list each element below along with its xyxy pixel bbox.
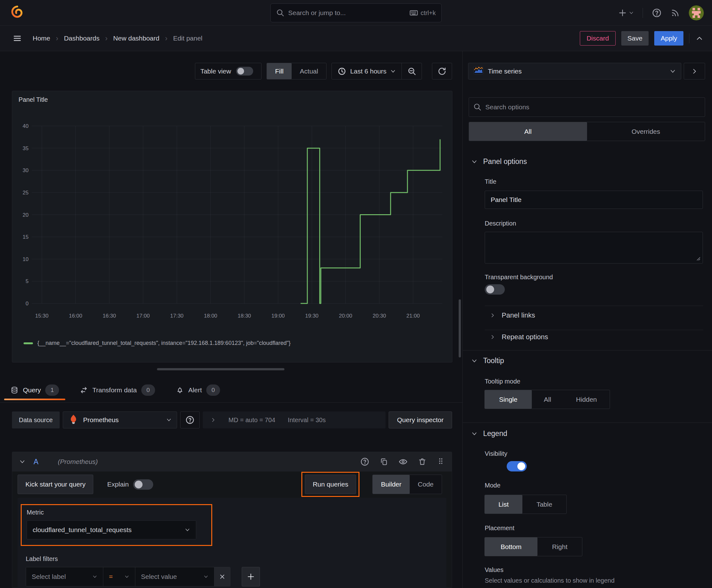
legend-swatch bbox=[24, 342, 33, 344]
code-mode-option[interactable]: Code bbox=[410, 475, 442, 494]
time-range-group: Last 6 hours bbox=[331, 63, 422, 80]
duplicate-query-icon[interactable] bbox=[380, 457, 388, 466]
panel-links-row[interactable]: Panel links bbox=[490, 311, 535, 319]
transparent-bg-toggle[interactable] bbox=[485, 284, 505, 295]
query-options-collapsed[interactable]: MD = auto = 704 Interval = 30s bbox=[203, 412, 386, 428]
tooltip-all-option[interactable]: All bbox=[532, 390, 563, 408]
svg-text:40: 40 bbox=[23, 123, 28, 129]
collapse-header-button[interactable] bbox=[695, 34, 704, 43]
fit-actual-option[interactable]: Actual bbox=[292, 63, 326, 79]
query-help-icon[interactable] bbox=[360, 457, 369, 466]
panel-options-section-header[interactable]: Panel options bbox=[471, 158, 527, 166]
scrollbar-thumb[interactable] bbox=[459, 299, 461, 357]
discard-button[interactable]: Discard bbox=[580, 31, 615, 45]
time-range-picker[interactable]: Last 6 hours bbox=[332, 63, 402, 79]
add-filter-button[interactable] bbox=[242, 567, 260, 586]
tab-alert-count: 0 bbox=[206, 384, 220, 396]
tab-transform-data[interactable]: Transform data 0 bbox=[80, 384, 155, 396]
options-search[interactable] bbox=[469, 97, 705, 117]
global-search[interactable]: ctrl+k bbox=[270, 3, 442, 22]
search-input[interactable] bbox=[288, 9, 406, 17]
legend-visibility-toggle[interactable] bbox=[507, 461, 527, 471]
legend-series-label[interactable]: {__name__="cloudflared_tunnel_total_requ… bbox=[37, 340, 290, 346]
svg-text:5: 5 bbox=[26, 278, 28, 284]
panel-title-input[interactable] bbox=[485, 191, 703, 209]
scope-overrides-tab[interactable]: Overrides bbox=[587, 122, 705, 141]
svg-text:20: 20 bbox=[23, 212, 28, 218]
legend-table-option[interactable]: Table bbox=[522, 495, 566, 513]
scope-all-tab[interactable]: All bbox=[469, 122, 587, 141]
time-series-chart[interactable]: 051015202530354015:3016:0016:3017:0017:3… bbox=[17, 106, 449, 326]
table-view-toggle[interactable] bbox=[236, 67, 253, 76]
panel-view-toolbar: Table view Fill Actual Last 6 hours bbox=[195, 63, 452, 80]
query-ref-id[interactable]: A bbox=[34, 458, 38, 466]
kick-start-button[interactable]: Kick start your query bbox=[18, 475, 93, 494]
repeat-options-row[interactable]: Repeat options bbox=[490, 333, 548, 341]
svg-text:35: 35 bbox=[23, 145, 28, 151]
tooltip-single-option[interactable]: Single bbox=[485, 390, 532, 408]
drag-handle-icon[interactable] bbox=[437, 457, 445, 467]
resize-corner-icon[interactable] bbox=[695, 255, 701, 261]
placement-bottom-option[interactable]: Bottom bbox=[485, 538, 537, 556]
tab-query[interactable]: Query 1 bbox=[10, 384, 59, 396]
description-textarea[interactable] bbox=[485, 232, 703, 264]
help-button[interactable] bbox=[652, 8, 662, 18]
divider bbox=[643, 8, 643, 18]
select-label-dropdown[interactable]: Select label bbox=[26, 567, 103, 586]
run-queries-button[interactable]: Run queries bbox=[305, 475, 356, 494]
placement-right-option[interactable]: Right bbox=[537, 538, 582, 556]
viz-picker[interactable]: Time series bbox=[468, 63, 681, 80]
options-search-input[interactable] bbox=[486, 103, 700, 111]
add-menu-button[interactable] bbox=[618, 8, 634, 17]
query-editor-card: A (Prometheus) Kick start your query Exp… bbox=[12, 452, 452, 588]
prometheus-icon bbox=[68, 414, 79, 426]
save-button[interactable]: Save bbox=[621, 31, 649, 45]
metric-select[interactable]: cloudflared_tunnel_total_requests bbox=[27, 521, 196, 539]
query-inspector-button[interactable]: Query inspector bbox=[389, 412, 452, 428]
chart-panel[interactable]: Panel Title 051015202530354015:3016:0016… bbox=[12, 91, 452, 362]
title-field-label: Title bbox=[485, 178, 496, 185]
refresh-button[interactable] bbox=[432, 63, 452, 80]
legend-list-option[interactable]: List bbox=[485, 495, 522, 513]
panel-resize-handle[interactable] bbox=[157, 368, 284, 370]
breadcrumb-home[interactable]: Home bbox=[33, 35, 50, 42]
breadcrumb-dashboards[interactable]: Dashboards bbox=[64, 35, 100, 42]
grafana-logo[interactable] bbox=[10, 5, 24, 21]
select-value-dropdown[interactable]: Select value bbox=[135, 567, 214, 586]
hide-query-icon[interactable] bbox=[398, 457, 408, 466]
news-button[interactable] bbox=[671, 8, 680, 18]
query-toolbar: Kick start your query Explain Run querie… bbox=[12, 475, 452, 494]
avatar[interactable] bbox=[689, 5, 704, 20]
zoom-out-icon bbox=[407, 67, 416, 76]
explain-toggle[interactable] bbox=[133, 479, 153, 490]
transparent-bg-label: Transparent background bbox=[485, 274, 553, 281]
chevron-down-icon bbox=[471, 430, 477, 437]
metric-label: Metric bbox=[27, 509, 206, 516]
chevron-down-icon bbox=[19, 459, 25, 465]
remove-query-icon[interactable] bbox=[418, 457, 427, 466]
operator-dropdown[interactable]: = bbox=[103, 567, 135, 586]
tooltip-hidden-option[interactable]: Hidden bbox=[563, 390, 610, 408]
svg-text:18:00: 18:00 bbox=[204, 313, 218, 319]
tooltip-section-header[interactable]: Tooltip bbox=[471, 357, 504, 365]
query-row-header[interactable]: A (Prometheus) bbox=[12, 452, 452, 471]
viz-suggestions-button[interactable] bbox=[684, 63, 705, 80]
builder-mode-option[interactable]: Builder bbox=[373, 475, 409, 494]
legend-section-header[interactable]: Legend bbox=[471, 429, 507, 438]
fit-fill-option[interactable]: Fill bbox=[267, 63, 292, 79]
operator-value: = bbox=[109, 573, 113, 581]
panel-options-heading: Panel options bbox=[483, 158, 527, 166]
breadcrumb-new-dashboard[interactable]: New dashboard bbox=[113, 35, 159, 42]
zoom-out-button[interactable] bbox=[402, 63, 422, 79]
datasource-help-button[interactable] bbox=[180, 412, 200, 428]
apply-button[interactable]: Apply bbox=[654, 31, 684, 45]
svg-text:15: 15 bbox=[23, 234, 28, 240]
datasource-bar: Data source Prometheus MD = auto = 704 I… bbox=[12, 412, 452, 428]
tab-alert[interactable]: Alert 0 bbox=[176, 384, 220, 396]
remove-filter-button[interactable] bbox=[214, 567, 230, 586]
chevron-down-icon bbox=[185, 527, 190, 533]
datasource-picker[interactable]: Prometheus bbox=[63, 412, 177, 428]
chart-legend[interactable]: {__name__="cloudflared_tunnel_total_requ… bbox=[24, 340, 290, 346]
menu-icon[interactable] bbox=[13, 34, 22, 43]
divider bbox=[689, 33, 689, 43]
